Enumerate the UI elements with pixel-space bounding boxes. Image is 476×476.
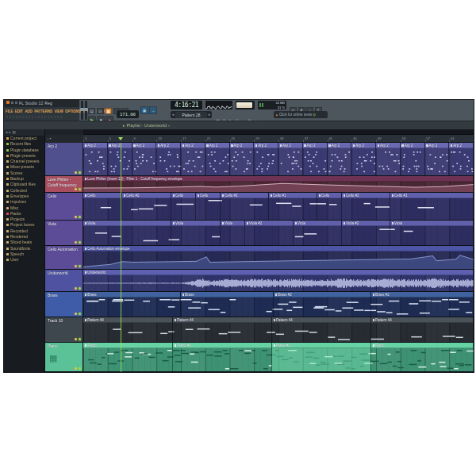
track-record-led[interactable] <box>75 188 77 190</box>
hint-panel[interactable]: ▲Click for online news◍ <box>274 111 328 118</box>
track-enable-led[interactable] <box>79 338 81 340</box>
clip-cello-2[interactable]: Cello #2 <box>342 193 390 220</box>
playlist-scroll-strip[interactable] <box>83 129 474 135</box>
clip-pattern-44[interactable]: Pattern 44 <box>272 317 371 342</box>
browser-page-icon[interactable]: ▤ <box>13 130 16 134</box>
clip-brass[interactable]: Brass <box>181 292 274 317</box>
track-lane-viola[interactable]: ViolaViolaViolaViola #2ViolaViola #2Viol… <box>83 221 474 245</box>
clip-viola[interactable]: Viola <box>390 221 474 245</box>
browser-forward-icon[interactable]: ▸ <box>9 130 10 134</box>
track-enable-led[interactable] <box>79 287 81 290</box>
menu-file[interactable]: FILE <box>6 109 13 113</box>
browser-item-rendered[interactable]: Rendered <box>4 234 44 240</box>
track-record-led[interactable] <box>75 367 77 370</box>
clip-arp-2[interactable]: Arp 2 <box>205 143 230 175</box>
clip-arp-2[interactable]: Arp 2 <box>278 143 303 175</box>
clip-viola-2[interactable]: Viola #2 <box>245 221 294 245</box>
track-record-led[interactable] <box>75 287 77 290</box>
clip-viola-2[interactable]: Viola #2 <box>342 221 390 245</box>
track-header-track-10[interactable]: Track 10 <box>45 317 83 342</box>
clip-cello-1[interactable]: Cello #1 <box>269 193 317 220</box>
clip-cello-automation-envelope[interactable]: Cello Automation envelope <box>83 246 474 269</box>
clip-piano-1[interactable]: Piano #1 <box>173 343 272 371</box>
clip-arp-2[interactable]: Arp 2 <box>230 143 255 175</box>
clip-arp-2[interactable]: Arp 2 <box>303 143 328 175</box>
track-lane-track-10[interactable]: Pattern 44Pattern 44Pattern 44Pattern 44 <box>83 317 474 342</box>
browser-item-scores[interactable]: Scores <box>4 171 44 176</box>
clip-arp-2[interactable]: Arp 2 <box>83 143 108 175</box>
browser-item-impulses[interactable]: Impulses <box>4 199 44 205</box>
track-lane-cello-automation[interactable]: Cello Automation envelope <box>83 246 474 269</box>
track-enable-led[interactable] <box>79 313 81 315</box>
browser-item-envelopes[interactable]: Envelopes <box>4 194 44 199</box>
track-enable-led[interactable] <box>79 171 81 174</box>
menu-add[interactable]: ADD <box>25 109 32 113</box>
clip-piano[interactable]: Piano <box>371 343 474 371</box>
clip-brass-2[interactable]: Brass #2 <box>274 292 371 317</box>
clip-viola[interactable]: Viola <box>83 221 171 245</box>
browser-item-projects[interactable]: Projects <box>4 217 44 222</box>
track-lane-love-philter[interactable]: Love Philter (Insert 12) - Filter 1 - Cu… <box>83 176 474 192</box>
pattern-selector[interactable]: ◂ Pattern 28 ▸ <box>171 111 212 118</box>
playlist-title[interactable]: ▸Playlist - Underworld▾ <box>123 121 170 129</box>
clip-cello-2[interactable]: Cello #2 <box>221 193 269 220</box>
browser-item-sliced-beats[interactable]: Sliced beats <box>4 240 44 245</box>
clip-pattern-44[interactable]: Pattern 44 <box>83 317 173 342</box>
browser-item-speech[interactable]: Speech <box>4 251 44 257</box>
track-lane-underworld[interactable]: Underworld <box>83 270 474 291</box>
track-header-arp-2[interactable]: Arp 2 <box>45 143 83 175</box>
track-header-cello[interactable]: Cello <box>45 193 83 220</box>
clip-cello-2[interactable]: Cello #2 <box>122 193 171 220</box>
menu-patterns[interactable]: PATTERNS <box>34 109 52 113</box>
time-display[interactable]: 4:16:21 <box>171 101 202 109</box>
clip-viola[interactable]: Viola <box>221 221 245 245</box>
clip-cello[interactable]: Cello <box>83 193 122 220</box>
clip-pattern-44[interactable]: Pattern 44 <box>173 317 272 342</box>
track-header-underworld[interactable]: Underworld <box>45 270 83 291</box>
clip-arp-2[interactable]: Arp 2 <box>132 143 157 175</box>
master-pitch-slider[interactable] <box>85 101 87 120</box>
clip-pattern-44[interactable]: Pattern 44 <box>371 317 474 342</box>
clip-arp-2[interactable]: Arp 2 <box>401 143 425 175</box>
menu-edit[interactable]: EDIT <box>15 109 23 113</box>
playhead-marker[interactable] <box>118 137 123 140</box>
timeline-ruler[interactable]: 15913172125293337414549535761 <box>83 135 474 143</box>
browser-item-plugin-presets[interactable]: Plugin presets <box>4 153 44 159</box>
track-enable-led[interactable] <box>79 241 81 244</box>
track-record-led[interactable] <box>75 171 77 174</box>
track-record-led[interactable] <box>75 241 77 244</box>
clip-cello-1[interactable]: Cello #1 <box>390 193 474 220</box>
clip-arp-2[interactable]: Arp 2 <box>328 143 352 175</box>
track-lane-cello[interactable]: CelloCello #2CelloCelloCello #2Cello #1C… <box>83 193 474 220</box>
pattern-mode-icon[interactable]: ▣ <box>140 106 148 114</box>
clip-arp-2[interactable]: Arp 2 <box>425 143 450 175</box>
browser-item-collected[interactable]: Collected <box>4 188 44 194</box>
track-record-led[interactable] <box>75 313 77 315</box>
clip-arp-2[interactable]: Arp 2 <box>351 143 376 175</box>
clip-cello[interactable]: Cello <box>196 193 221 220</box>
track-header-love-philter[interactable]: Love Philter -Cutoff frequency <box>45 176 83 192</box>
clip-cello[interactable]: Cello <box>317 193 342 220</box>
main-volume-bar[interactable] <box>236 101 255 109</box>
browser-item-channel-presets[interactable]: Channel presets <box>4 159 44 164</box>
track-enable-led[interactable] <box>79 188 81 190</box>
clip-brass[interactable]: Brass <box>83 292 181 317</box>
clip-viola[interactable]: Viola <box>171 221 221 245</box>
clip-piano-2[interactable]: Piano #2 <box>272 343 371 371</box>
track-record-led[interactable] <box>75 338 77 340</box>
track-lane-piano[interactable]: PianoPiano #1Piano #2Piano <box>83 343 474 371</box>
browser-item-backup[interactable]: Backup <box>4 176 44 182</box>
pattern-next-icon[interactable]: ▸ <box>207 111 212 118</box>
clip-arp-2[interactable]: Arp 2 <box>156 143 181 175</box>
clip-cello[interactable]: Cello <box>171 193 196 220</box>
track-enable-led[interactable] <box>79 265 81 267</box>
browser-item-clipboard-files[interactable]: Clipboard files <box>4 182 44 187</box>
track-record-led[interactable] <box>75 265 77 267</box>
browser-item-recorded[interactable]: Recorded <box>4 228 44 234</box>
menu-options[interactable]: OPTIONS <box>65 109 81 113</box>
clip-arp-2[interactable]: Arp 2 <box>181 143 205 175</box>
browser-item-recent-files[interactable]: Recent files <box>4 141 44 147</box>
clip-underworld[interactable]: Underworld <box>83 270 474 291</box>
track-record-led[interactable] <box>75 216 77 218</box>
track-enable-led[interactable] <box>79 216 81 218</box>
